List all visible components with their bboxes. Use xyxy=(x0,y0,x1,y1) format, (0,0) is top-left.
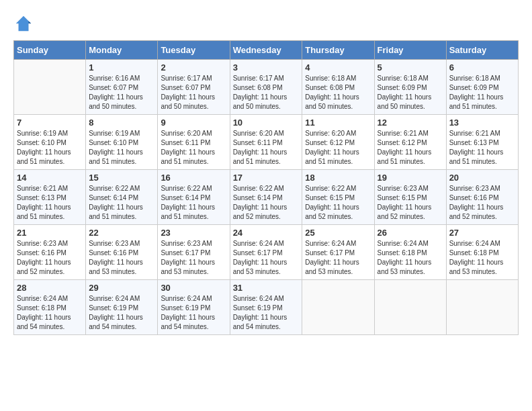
day-number: 2 xyxy=(161,62,226,73)
calendar-cell: 30Sunrise: 6:24 AMSunset: 6:19 PMDayligh… xyxy=(158,280,230,335)
calendar-cell: 15Sunrise: 6:22 AMSunset: 6:14 PMDayligh… xyxy=(86,170,158,225)
day-info: Sunrise: 6:24 AMSunset: 6:18 PMDaylight:… xyxy=(449,239,515,277)
calendar-cell: 14Sunrise: 6:21 AMSunset: 6:13 PMDayligh… xyxy=(14,170,86,225)
day-info: Sunrise: 6:16 AMSunset: 6:07 PMDaylight:… xyxy=(89,74,154,111)
day-info: Sunrise: 6:22 AMSunset: 6:14 PMDaylight:… xyxy=(233,184,300,222)
calendar-cell: 6Sunrise: 6:18 AMSunset: 6:09 PMDaylight… xyxy=(446,60,518,115)
day-info: Sunrise: 6:20 AMSunset: 6:11 PMDaylight:… xyxy=(161,129,226,167)
calendar-cell: 26Sunrise: 6:24 AMSunset: 6:18 PMDayligh… xyxy=(374,225,446,280)
day-number: 8 xyxy=(89,118,154,128)
calendar-cell: 27Sunrise: 6:24 AMSunset: 6:18 PMDayligh… xyxy=(446,225,518,280)
header-day: Sunday xyxy=(14,41,86,60)
day-number: 17 xyxy=(233,173,300,183)
day-number: 24 xyxy=(233,228,300,238)
calendar-week-row: 1Sunrise: 6:16 AMSunset: 6:07 PMDaylight… xyxy=(14,60,519,115)
calendar-cell: 9Sunrise: 6:20 AMSunset: 6:11 PMDaylight… xyxy=(158,115,230,170)
calendar-cell: 29Sunrise: 6:24 AMSunset: 6:19 PMDayligh… xyxy=(86,280,158,335)
day-number: 19 xyxy=(378,173,443,183)
header-day: Friday xyxy=(374,41,446,60)
day-number: 25 xyxy=(305,228,371,238)
calendar-cell: 25Sunrise: 6:24 AMSunset: 6:17 PMDayligh… xyxy=(302,225,374,280)
calendar-week-row: 7Sunrise: 6:19 AMSunset: 6:10 PMDaylight… xyxy=(14,115,519,170)
day-info: Sunrise: 6:19 AMSunset: 6:10 PMDaylight:… xyxy=(89,129,154,167)
calendar-cell: 11Sunrise: 6:20 AMSunset: 6:12 PMDayligh… xyxy=(302,115,374,170)
header-day: Thursday xyxy=(302,41,374,60)
calendar-table: SundayMondayTuesdayWednesdayThursdayFrid… xyxy=(13,40,519,335)
calendar-cell: 10Sunrise: 6:20 AMSunset: 6:11 PMDayligh… xyxy=(230,115,302,170)
day-info: Sunrise: 6:17 AMSunset: 6:07 PMDaylight:… xyxy=(161,74,226,111)
day-number: 12 xyxy=(378,118,443,128)
day-info: Sunrise: 6:18 AMSunset: 6:09 PMDaylight:… xyxy=(449,74,515,111)
day-number: 20 xyxy=(449,173,515,183)
day-info: Sunrise: 6:18 AMSunset: 6:08 PMDaylight:… xyxy=(305,74,371,111)
header-day: Saturday xyxy=(446,41,518,60)
calendar-cell: 21Sunrise: 6:23 AMSunset: 6:16 PMDayligh… xyxy=(14,225,86,280)
logo xyxy=(13,13,36,34)
day-info: Sunrise: 6:23 AMSunset: 6:16 PMDaylight:… xyxy=(17,239,83,277)
day-number: 22 xyxy=(89,228,154,238)
day-info: Sunrise: 6:22 AMSunset: 6:14 PMDaylight:… xyxy=(161,184,226,222)
calendar-cell: 1Sunrise: 6:16 AMSunset: 6:07 PMDaylight… xyxy=(86,60,158,115)
day-info: Sunrise: 6:17 AMSunset: 6:08 PMDaylight:… xyxy=(233,74,300,111)
day-info: Sunrise: 6:22 AMSunset: 6:14 PMDaylight:… xyxy=(89,184,154,222)
day-info: Sunrise: 6:19 AMSunset: 6:10 PMDaylight:… xyxy=(17,129,83,167)
page-header xyxy=(13,13,519,34)
day-number: 15 xyxy=(89,173,154,183)
header-day: Tuesday xyxy=(158,41,230,60)
calendar-cell: 2Sunrise: 6:17 AMSunset: 6:07 PMDaylight… xyxy=(158,60,230,115)
day-info: Sunrise: 6:20 AMSunset: 6:12 PMDaylight:… xyxy=(305,129,371,167)
calendar-cell: 18Sunrise: 6:22 AMSunset: 6:15 PMDayligh… xyxy=(302,170,374,225)
day-info: Sunrise: 6:24 AMSunset: 6:19 PMDaylight:… xyxy=(161,294,226,332)
calendar-week-row: 28Sunrise: 6:24 AMSunset: 6:18 PMDayligh… xyxy=(14,280,519,335)
calendar-cell: 12Sunrise: 6:21 AMSunset: 6:12 PMDayligh… xyxy=(374,115,446,170)
calendar-cell: 23Sunrise: 6:23 AMSunset: 6:17 PMDayligh… xyxy=(158,225,230,280)
calendar-cell: 16Sunrise: 6:22 AMSunset: 6:14 PMDayligh… xyxy=(158,170,230,225)
calendar-cell: 7Sunrise: 6:19 AMSunset: 6:10 PMDaylight… xyxy=(14,115,86,170)
day-info: Sunrise: 6:21 AMSunset: 6:13 PMDaylight:… xyxy=(17,184,83,222)
calendar-cell: 22Sunrise: 6:23 AMSunset: 6:16 PMDayligh… xyxy=(86,225,158,280)
calendar-cell xyxy=(446,280,518,335)
header-row: SundayMondayTuesdayWednesdayThursdayFrid… xyxy=(14,41,519,60)
day-number: 18 xyxy=(305,173,371,183)
day-number: 26 xyxy=(378,228,443,238)
calendar-cell: 28Sunrise: 6:24 AMSunset: 6:18 PMDayligh… xyxy=(14,280,86,335)
calendar-cell: 20Sunrise: 6:23 AMSunset: 6:16 PMDayligh… xyxy=(446,170,518,225)
day-info: Sunrise: 6:24 AMSunset: 6:17 PMDaylight:… xyxy=(233,239,300,277)
day-number: 4 xyxy=(305,62,371,73)
day-number: 13 xyxy=(449,118,515,128)
calendar-week-row: 21Sunrise: 6:23 AMSunset: 6:16 PMDayligh… xyxy=(14,225,519,280)
day-info: Sunrise: 6:21 AMSunset: 6:13 PMDaylight:… xyxy=(449,129,515,167)
logo-icon xyxy=(13,13,34,34)
calendar-cell: 31Sunrise: 6:24 AMSunset: 6:19 PMDayligh… xyxy=(230,280,302,335)
day-info: Sunrise: 6:23 AMSunset: 6:16 PMDaylight:… xyxy=(449,184,515,222)
day-info: Sunrise: 6:20 AMSunset: 6:11 PMDaylight:… xyxy=(233,129,300,167)
day-number: 5 xyxy=(378,62,443,73)
day-number: 3 xyxy=(233,62,300,73)
day-number: 29 xyxy=(89,283,154,293)
day-number: 30 xyxy=(161,283,226,293)
day-number: 27 xyxy=(449,228,515,238)
header-day: Wednesday xyxy=(230,41,302,60)
day-number: 1 xyxy=(89,62,154,73)
day-info: Sunrise: 6:21 AMSunset: 6:12 PMDaylight:… xyxy=(378,129,443,167)
calendar-cell xyxy=(302,280,374,335)
header-day: Monday xyxy=(86,41,158,60)
day-number: 7 xyxy=(17,118,83,128)
calendar-cell: 13Sunrise: 6:21 AMSunset: 6:13 PMDayligh… xyxy=(446,115,518,170)
day-info: Sunrise: 6:18 AMSunset: 6:09 PMDaylight:… xyxy=(378,74,443,111)
calendar-cell: 24Sunrise: 6:24 AMSunset: 6:17 PMDayligh… xyxy=(230,225,302,280)
calendar-cell: 4Sunrise: 6:18 AMSunset: 6:08 PMDaylight… xyxy=(302,60,374,115)
day-number: 6 xyxy=(449,62,515,73)
day-number: 31 xyxy=(233,283,300,293)
day-number: 9 xyxy=(161,118,226,128)
day-info: Sunrise: 6:24 AMSunset: 6:17 PMDaylight:… xyxy=(305,239,371,277)
calendar-cell: 3Sunrise: 6:17 AMSunset: 6:08 PMDaylight… xyxy=(230,60,302,115)
day-info: Sunrise: 6:24 AMSunset: 6:18 PMDaylight:… xyxy=(17,294,83,332)
calendar-cell: 19Sunrise: 6:23 AMSunset: 6:15 PMDayligh… xyxy=(374,170,446,225)
day-info: Sunrise: 6:23 AMSunset: 6:15 PMDaylight:… xyxy=(378,184,443,222)
calendar-week-row: 14Sunrise: 6:21 AMSunset: 6:13 PMDayligh… xyxy=(14,170,519,225)
calendar-cell: 17Sunrise: 6:22 AMSunset: 6:14 PMDayligh… xyxy=(230,170,302,225)
day-info: Sunrise: 6:24 AMSunset: 6:18 PMDaylight:… xyxy=(378,239,443,277)
day-info: Sunrise: 6:24 AMSunset: 6:19 PMDaylight:… xyxy=(89,294,154,332)
calendar-cell xyxy=(14,60,86,115)
